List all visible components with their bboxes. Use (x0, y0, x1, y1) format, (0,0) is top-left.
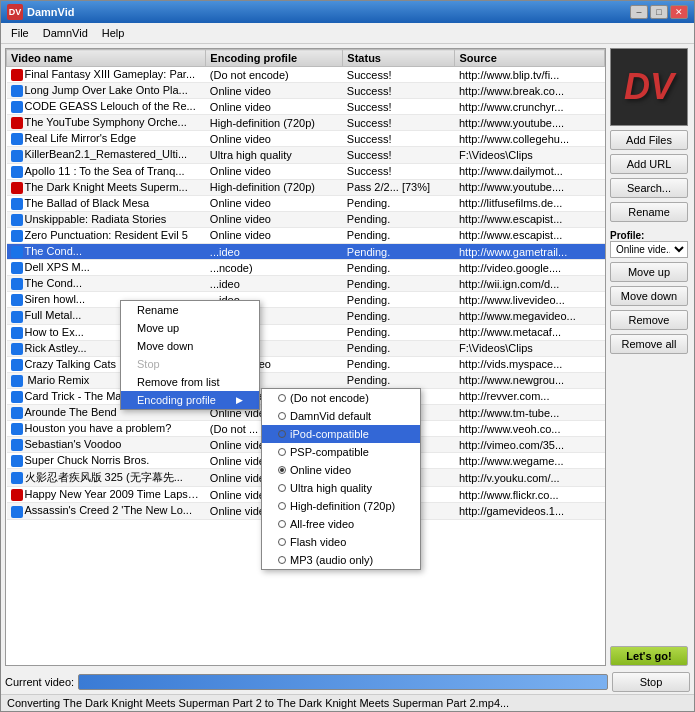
radio-dot-icon (278, 502, 286, 510)
table-row[interactable]: Rick Astley... ...ideo Pending. F:\Video… (7, 340, 605, 356)
table-row[interactable]: How to Ex... ...ideo Pending. http://www… (7, 324, 605, 340)
table-row[interactable]: Real Life Mirror's Edge Online video Suc… (7, 131, 605, 147)
minimize-button[interactable]: – (630, 5, 648, 19)
search-button[interactable]: Search... (610, 178, 688, 198)
profile-select[interactable]: Online vide... (610, 241, 688, 258)
remove-button[interactable]: Remove (610, 310, 688, 330)
title-bar: DV DamnVid – □ ✕ (1, 1, 694, 23)
add-files-button[interactable]: Add Files (610, 130, 688, 150)
title-bar-left: DV DamnVid (7, 4, 74, 20)
table-row[interactable]: Crazy Talking Cats Online video Pending.… (7, 356, 605, 372)
add-url-button[interactable]: Add URL (610, 154, 688, 174)
rename-button[interactable]: Rename (610, 202, 688, 222)
submenu-item[interactable]: (Do not encode) (262, 389, 420, 407)
window-title: DamnVid (27, 6, 74, 18)
table-row[interactable]: Siren howl... ...ideo Pending. http://ww… (7, 292, 605, 308)
logo: DV (624, 66, 674, 108)
menu-help[interactable]: Help (96, 25, 131, 41)
submenu-item[interactable]: iPod-compatible (262, 425, 420, 443)
table-row[interactable]: CODE GEASS Lelouch of the Re... Online v… (7, 99, 605, 115)
submenu-item[interactable]: PSP-compatible (262, 443, 420, 461)
table-row[interactable]: Long Jump Over Lake Onto Pla... Online v… (7, 83, 605, 99)
radio-dot-icon (278, 466, 286, 474)
submenu-item[interactable]: Ultra high quality (262, 479, 420, 497)
status-text: Converting The Dark Knight Meets Superma… (7, 697, 509, 709)
col-header-source: Source (455, 50, 605, 67)
ctx-rename[interactable]: Rename (121, 301, 259, 319)
radio-dot-icon (278, 430, 286, 438)
progress-bar (78, 674, 608, 690)
menu-damnvid[interactable]: DamnVid (37, 25, 94, 41)
right-panel: DV Add Files Add URL Search... Rename Pr… (610, 48, 690, 666)
table-row[interactable]: The Dark Knight Meets Superm... High-def… (7, 179, 605, 195)
submenu-item-label: High-definition (720p) (290, 500, 395, 512)
submenu-item-label: Flash video (290, 536, 346, 548)
ctx-move-up[interactable]: Move up (121, 319, 259, 337)
table-row[interactable]: Final Fantasy XIII Gameplay: Par... (Do … (7, 67, 605, 83)
title-controls: – □ ✕ (630, 5, 688, 19)
table-row[interactable]: Full Metal... ...(ncode) Pending. http:/… (7, 308, 605, 324)
col-header-name: Video name (7, 50, 206, 67)
submenu-item[interactable]: DamnVid default (262, 407, 420, 425)
table-row[interactable]: Dell XPS M... ...ncode) Pending. http://… (7, 260, 605, 276)
ctx-move-down[interactable]: Move down (121, 337, 259, 355)
table-row[interactable]: The Cond... ...ideo Pending. http://www.… (7, 244, 605, 260)
ctx-encoding-profile[interactable]: Encoding profile ▶ (121, 391, 259, 409)
context-menu: Rename Move up Move down Stop Remove fro… (120, 300, 260, 410)
submenu-item-label: MP3 (audio only) (290, 554, 373, 566)
submenu-item-label: Ultra high quality (290, 482, 372, 494)
table-row[interactable]: Mario Remix (Do not ... Pending. http://… (7, 372, 605, 388)
bottom-area: Current video: Stop (1, 670, 694, 694)
maximize-button[interactable]: □ (650, 5, 668, 19)
table-row[interactable]: Apollo 11 : To the Sea of Tranq... Onlin… (7, 163, 605, 179)
logo-box: DV (610, 48, 688, 126)
status-bar: Converting The Dark Knight Meets Superma… (1, 694, 694, 711)
table-row[interactable]: Zero Punctuation: Resident Evil 5 Online… (7, 227, 605, 243)
submenu-item-label: iPod-compatible (290, 428, 369, 440)
move-down-button[interactable]: Move down (610, 286, 688, 306)
main-window: DV DamnVid – □ ✕ File DamnVid Help Video… (0, 0, 695, 712)
table-header-row: Video name Encoding profile Status Sourc… (7, 50, 605, 67)
table-row[interactable]: The Ballad of Black Mesa Online video Pe… (7, 195, 605, 211)
close-button[interactable]: ✕ (670, 5, 688, 19)
submenu-item-label: (Do not encode) (290, 392, 369, 404)
submenu-item[interactable]: Online video (262, 461, 420, 479)
app-icon: DV (7, 4, 23, 20)
remove-all-button[interactable]: Remove all (610, 334, 688, 354)
video-table-container[interactable]: Video name Encoding profile Status Sourc… (5, 48, 606, 666)
ctx-encoding-profile-label: Encoding profile (137, 394, 216, 406)
col-header-status: Status (343, 50, 455, 67)
radio-dot-icon (278, 448, 286, 456)
table-row[interactable]: The Cond... ...ideo Pending. http://wii.… (7, 276, 605, 292)
menu-file[interactable]: File (5, 25, 35, 41)
submenu-item-label: All-free video (290, 518, 354, 530)
current-video-label: Current video: (5, 676, 74, 688)
radio-dot-icon (278, 484, 286, 492)
main-content: Video name Encoding profile Status Sourc… (1, 44, 694, 670)
lets-go-button[interactable]: Let's go! (610, 646, 688, 666)
menu-bar: File DamnVid Help (1, 23, 694, 44)
submenu-item[interactable]: MP3 (audio only) (262, 551, 420, 569)
radio-dot-icon (278, 520, 286, 528)
left-panel: Video name Encoding profile Status Sourc… (5, 48, 606, 666)
table-row[interactable]: KillerBean2.1_Remastered_Ulti... Ultra h… (7, 147, 605, 163)
stop-button-bottom[interactable]: Stop (612, 672, 690, 692)
profile-label: Profile: (610, 230, 690, 241)
submenu-item-label: DamnVid default (290, 410, 371, 422)
submenu-item[interactable]: High-definition (720p) (262, 497, 420, 515)
radio-dot-icon (278, 412, 286, 420)
table-row[interactable]: Unskippable: Radiata Stories Online vide… (7, 211, 605, 227)
radio-dot-icon (278, 538, 286, 546)
radio-dot-icon (278, 556, 286, 564)
submenu-item[interactable]: All-free video (262, 515, 420, 533)
submenu-item-label: Online video (290, 464, 351, 476)
encoding-profile-submenu: (Do not encode)DamnVid defaultiPod-compa… (261, 388, 421, 570)
ctx-remove-from-list[interactable]: Remove from list (121, 373, 259, 391)
col-header-profile: Encoding profile (206, 50, 343, 67)
submenu-item[interactable]: Flash video (262, 533, 420, 551)
move-up-button[interactable]: Move up (610, 262, 688, 282)
ctx-stop: Stop (121, 355, 259, 373)
radio-dot-icon (278, 394, 286, 402)
table-row[interactable]: The YouTube Symphony Orche... High-defin… (7, 115, 605, 131)
submenu-item-label: PSP-compatible (290, 446, 369, 458)
